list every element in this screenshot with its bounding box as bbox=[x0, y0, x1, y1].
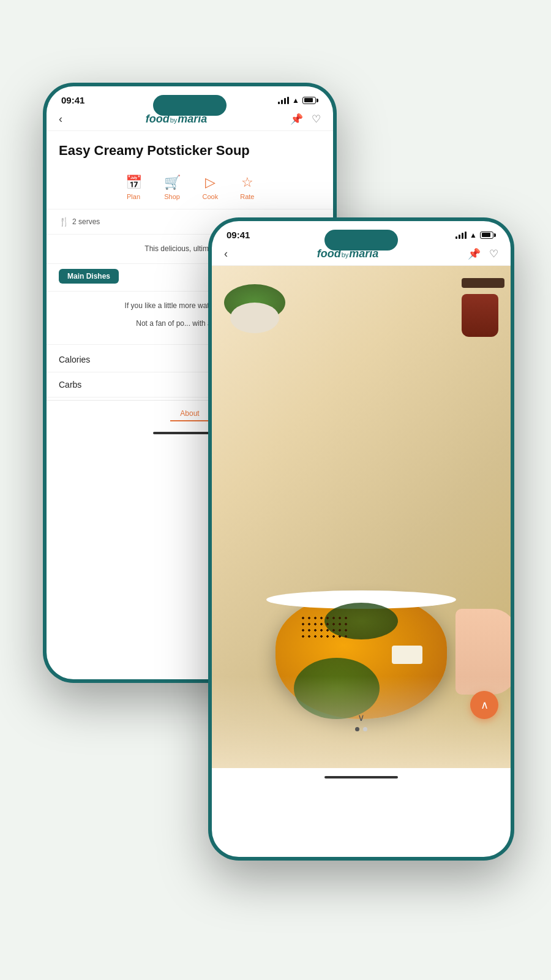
rate-icon: ☆ bbox=[241, 175, 253, 190]
back-button-back[interactable]: ‹ bbox=[59, 113, 62, 126]
back-button-front[interactable]: ‹ bbox=[224, 247, 228, 260]
jar-lid bbox=[462, 278, 504, 288]
shop-icon: 🛒 bbox=[164, 175, 181, 190]
scroll-dots bbox=[355, 727, 367, 731]
action-cook[interactable]: ▷ Cook bbox=[203, 175, 219, 200]
home-bar-front bbox=[324, 776, 398, 778]
status-icons-front: ▲ bbox=[455, 231, 496, 239]
status-icons-back: ▲ bbox=[278, 96, 318, 105]
shop-label: Shop bbox=[164, 193, 180, 200]
logo-by-front: by bbox=[342, 251, 349, 258]
scene: 09:41 ▲ ‹ food by ma bbox=[31, 46, 520, 934]
jar-body bbox=[462, 294, 498, 337]
phone-front-inner: 09:41 ▲ ‹ food by ma bbox=[212, 221, 511, 857]
cook-label: Cook bbox=[203, 193, 219, 200]
serves-meta: 🍴 2 serves bbox=[59, 217, 100, 227]
logo-by: by bbox=[170, 116, 178, 124]
nav-icons-back: 📌 ♡ bbox=[290, 113, 321, 126]
action-shop[interactable]: 🛒 Shop bbox=[164, 175, 181, 200]
tab-about[interactable]: About bbox=[170, 407, 209, 421]
serves-text: 2 serves bbox=[72, 217, 100, 226]
scroll-dot-2 bbox=[363, 727, 367, 731]
scroll-indicator: ∨ bbox=[355, 712, 367, 731]
status-time-front: 09:41 bbox=[227, 230, 250, 240]
home-indicator-front bbox=[212, 768, 511, 786]
herbs-bowl-base bbox=[230, 303, 279, 333]
serves-icon: 🍴 bbox=[59, 217, 69, 227]
soup-background bbox=[212, 266, 511, 768]
spice-dots bbox=[300, 615, 349, 639]
herbs-bowl bbox=[224, 284, 285, 333]
battery-icon-front bbox=[480, 232, 496, 239]
fab-icon: ∧ bbox=[481, 698, 489, 712]
action-rate[interactable]: ☆ Rate bbox=[240, 175, 254, 200]
plan-icon: 📅 bbox=[126, 175, 142, 190]
recipe-title: Easy Creamy Potsticker Soup bbox=[47, 131, 333, 168]
pin-icon-back[interactable]: 📌 bbox=[290, 113, 303, 126]
wifi-icon-front: ▲ bbox=[470, 231, 477, 239]
tag-badge[interactable]: Main Dishes bbox=[59, 269, 119, 284]
food-photo-container: ∧ ∨ bbox=[212, 266, 511, 768]
rate-label: Rate bbox=[240, 193, 254, 200]
status-time-back: 09:41 bbox=[61, 95, 84, 105]
battery-icon bbox=[302, 97, 318, 104]
tofu-pieces bbox=[392, 646, 422, 664]
scroll-dot-1 bbox=[355, 727, 359, 731]
signal-icon bbox=[278, 97, 289, 104]
sauce-jar bbox=[462, 278, 504, 333]
phone-front-notch bbox=[324, 230, 398, 251]
tab-about-label: About bbox=[180, 409, 199, 418]
scroll-arrow-icon: ∨ bbox=[355, 712, 367, 723]
scroll-up-fab[interactable]: ∧ bbox=[470, 691, 498, 719]
phone-back-notch bbox=[153, 95, 227, 116]
heart-icon-front[interactable]: ♡ bbox=[489, 247, 498, 260]
nav-icons-front: 📌 ♡ bbox=[468, 247, 498, 260]
plan-label: Plan bbox=[127, 193, 140, 200]
phone-front: 09:41 ▲ ‹ food by ma bbox=[208, 217, 514, 861]
heart-icon-back[interactable]: ♡ bbox=[312, 113, 321, 126]
pin-icon-front[interactable]: 📌 bbox=[468, 247, 481, 260]
signal-icon-front bbox=[455, 232, 467, 239]
wifi-icon: ▲ bbox=[292, 96, 299, 105]
action-plan[interactable]: 📅 Plan bbox=[126, 175, 142, 200]
cook-icon: ▷ bbox=[205, 175, 216, 190]
calories-label: Calories bbox=[59, 355, 90, 364]
carbs-label: Carbs bbox=[59, 380, 81, 390]
action-row: 📅 Plan 🛒 Shop ▷ Cook ☆ Rate bbox=[47, 168, 333, 209]
